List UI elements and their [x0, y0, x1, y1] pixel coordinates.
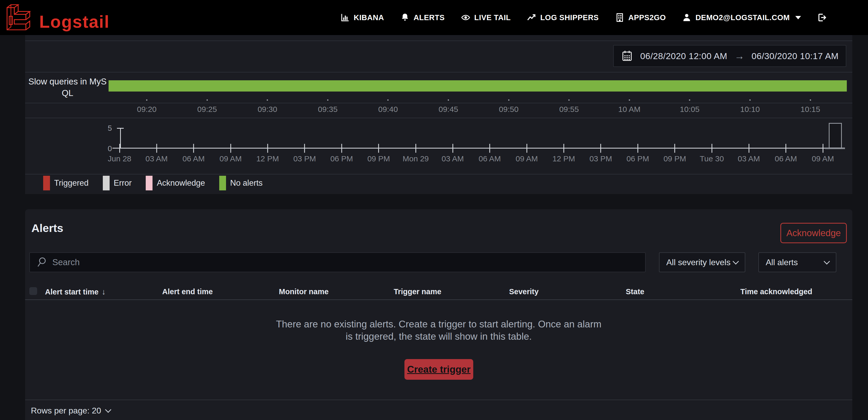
tick-dot	[447, 99, 449, 101]
alerts-panel: Alerts Acknowledge All severity levels A…	[25, 209, 852, 420]
chevron-down-icon	[824, 258, 830, 264]
logstail-logo-icon	[4, 2, 35, 34]
time-axis-tick: 09:30	[258, 99, 277, 114]
top-navbar: Logstail KIBANA ALERTS LIVE TAIL LOG SHI…	[0, 0, 868, 35]
search-input[interactable]	[52, 257, 645, 267]
x-axis-tick: 09 PM	[663, 144, 686, 163]
tick-dot	[146, 99, 147, 101]
tick-dot	[810, 99, 811, 101]
time-axis-tick: 10:10	[740, 99, 760, 114]
x-axis-tick: Jun 28	[108, 144, 131, 163]
eye-icon	[461, 13, 470, 22]
swimlane-status-bar-no-alerts	[108, 80, 847, 92]
time-axis-tick: 09:40	[378, 99, 398, 114]
time-axis-tick: 09:45	[438, 99, 458, 114]
x-axis-tick: 03 PM	[293, 144, 316, 163]
severity-filter-select[interactable]: All severity levels	[659, 252, 745, 272]
empty-state-text-line1: There are no existing alerts. Create a t…	[25, 319, 852, 330]
nav-item-log-shippers[interactable]: LOG SHIPPERS	[527, 13, 599, 22]
time-axis-tick: 09:55	[559, 99, 579, 114]
column-header-trigger-name[interactable]: Trigger name	[394, 287, 441, 296]
time-axis-tick: 09:20	[137, 99, 156, 114]
column-header-alert-start-time[interactable]: Alert start time↓	[45, 287, 106, 296]
x-axis-tick: 06 AM	[182, 144, 205, 163]
time-axis-tick: 10 AM	[618, 99, 641, 114]
table-footer-border	[25, 399, 852, 400]
calendar-icon	[621, 50, 633, 62]
nav-item-kibana[interactable]: KIBANA	[340, 13, 384, 22]
building-icon	[615, 13, 624, 22]
logstail-logo[interactable]: Logstail	[4, 2, 110, 34]
range-arrow-icon: →	[735, 51, 745, 62]
swimlane-monitor-label: Slow queries in MyS QL	[26, 76, 110, 99]
legend-item-acknowledge: Acknowledge	[146, 176, 205, 190]
tick-dot	[568, 99, 570, 101]
create-trigger-button[interactable]: Create trigger	[404, 359, 473, 380]
user-icon	[682, 13, 691, 22]
divider	[25, 118, 852, 118]
column-header-time-acknowledged[interactable]: Time acknowledged	[740, 287, 812, 296]
nav-item-alerts[interactable]: ALERTS	[400, 13, 445, 22]
x-axis-tick: 03 AM	[738, 144, 760, 163]
time-axis-tick: 09:35	[318, 99, 338, 114]
legend-item-no-alerts: No alerts	[219, 176, 262, 190]
x-axis-tick: Mon 29	[403, 144, 429, 163]
x-axis-tick: 09 AM	[219, 144, 242, 163]
table-header-border	[25, 299, 852, 300]
history-brush-window[interactable]	[829, 123, 842, 148]
tick-dot	[267, 99, 268, 101]
range-start-date[interactable]: 06/28/2020 12:00 AM	[633, 51, 735, 61]
x-axis-tick: 06 AM	[478, 144, 501, 163]
column-header-monitor-name[interactable]: Monitor name	[279, 287, 329, 296]
divider	[25, 174, 852, 174]
time-axis-tick: 09:50	[499, 99, 519, 114]
history-y-max-label: 5	[100, 124, 112, 133]
rows-per-page-control[interactable]: Rows per page: 20	[31, 406, 111, 416]
divider	[25, 72, 852, 72]
x-axis-tick: Tue 30	[700, 144, 724, 163]
error-swatch	[103, 176, 110, 190]
chevron-down-icon	[733, 258, 739, 264]
search-box[interactable]	[29, 252, 646, 272]
column-header-severity[interactable]: Severity	[509, 287, 539, 296]
tick-dot	[508, 99, 509, 101]
nav-item-user-menu[interactable]: DEMO2@LOGSTAIL.COM	[682, 13, 801, 22]
date-range-picker[interactable]: 06/28/2020 12:00 AM → 06/30/2020 10:17 A…	[613, 45, 846, 67]
nav-item-live-tail[interactable]: LIVE TAIL	[461, 13, 510, 22]
column-header-alert-end-time[interactable]: Alert end time	[162, 287, 213, 296]
select-all-checkbox[interactable]	[29, 287, 37, 295]
tick-dot	[207, 99, 208, 101]
time-axis-tick: 10:05	[680, 99, 700, 114]
tick-dot	[388, 99, 389, 101]
time-axis-tick: 09:25	[197, 99, 217, 114]
history-axis-line	[113, 148, 826, 149]
x-axis-tick: 06 PM	[626, 144, 649, 163]
chevron-down-icon	[105, 407, 111, 413]
swimlane-time-axis: 09:20 09:25 09:30 09:35 09:40 09:45 09:5…	[25, 99, 852, 123]
acknowledge-button[interactable]: Acknowledge	[780, 223, 847, 243]
nav-menu: KIBANA ALERTS LIVE TAIL LOG SHIPPERS APP…	[340, 0, 827, 35]
legend-item-triggered: Triggered	[43, 176, 89, 190]
x-axis-tick: 09 AM	[516, 144, 538, 163]
nav-item-apps2go[interactable]: APPS2GO	[615, 13, 666, 22]
tick-dot	[689, 99, 690, 101]
sort-desc-icon: ↓	[102, 287, 106, 296]
tick-dot	[749, 99, 750, 101]
history-alert-spike	[120, 128, 121, 149]
logout-button[interactable]	[817, 13, 827, 22]
triggered-swatch	[43, 176, 50, 190]
brand-name: Logstail	[39, 13, 110, 34]
legend-item-error: Error	[103, 176, 132, 190]
column-header-state[interactable]: State	[626, 287, 644, 296]
acknowledge-swatch	[146, 176, 153, 190]
tick-dot	[327, 99, 328, 101]
activity-icon	[527, 13, 536, 22]
bell-icon	[400, 13, 410, 22]
range-end-date[interactable]: 06/30/2020 10:17 AM	[745, 51, 846, 61]
x-axis-tick: 12 PM	[256, 144, 279, 163]
status-legend: Triggered Error Acknowledge No alerts	[43, 176, 262, 190]
history-x-axis: Jun 28 03 AM 06 AM 09 AM 12 PM 03 PM 06 …	[25, 144, 852, 165]
divider	[25, 40, 852, 41]
alert-state-filter-select[interactable]: All alerts	[758, 252, 836, 272]
tick-dot	[629, 99, 630, 101]
